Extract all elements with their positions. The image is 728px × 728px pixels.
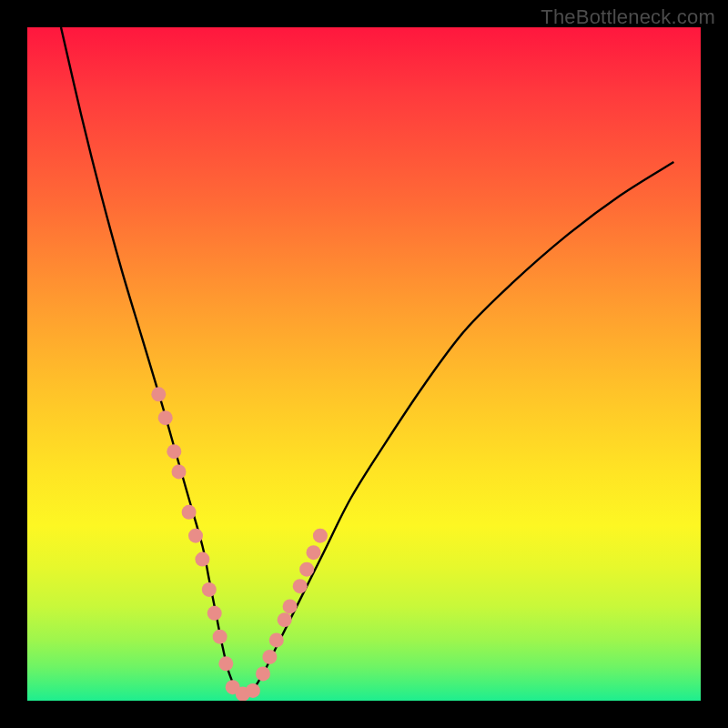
marker-dot xyxy=(278,612,292,627)
marker-dot xyxy=(307,545,321,560)
curve-path xyxy=(61,27,673,696)
marker-dot xyxy=(167,444,181,459)
marker-dot xyxy=(207,606,222,621)
chart-svg xyxy=(27,27,701,701)
marker-dot xyxy=(218,656,233,671)
marker-dot xyxy=(213,630,228,644)
marker-group xyxy=(151,387,328,701)
plot-area xyxy=(27,27,701,701)
marker-dot xyxy=(195,552,209,567)
watermark-text: TheBottleneck.com xyxy=(541,5,715,29)
marker-dot xyxy=(246,683,260,698)
marker-dot xyxy=(151,387,166,401)
marker-dot xyxy=(182,505,197,520)
marker-dot xyxy=(172,464,187,479)
marker-dot xyxy=(269,632,284,647)
chart-frame: TheBottleneck.com xyxy=(0,0,728,728)
marker-dot xyxy=(256,666,270,681)
marker-dot xyxy=(202,582,217,597)
marker-dot xyxy=(299,562,314,577)
marker-dot xyxy=(158,410,173,425)
marker-dot xyxy=(262,650,277,664)
marker-dot xyxy=(188,529,203,543)
marker-dot xyxy=(313,529,328,543)
marker-dot xyxy=(283,599,298,613)
marker-dot xyxy=(293,579,308,593)
